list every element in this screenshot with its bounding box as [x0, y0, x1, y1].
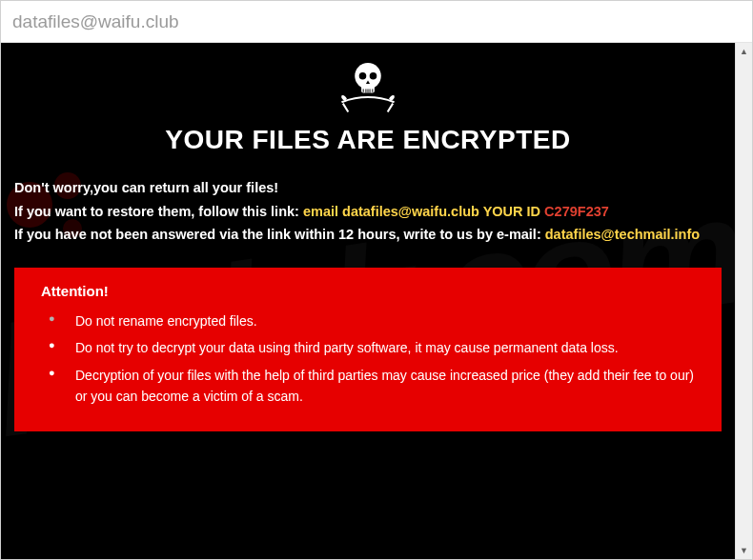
- main-heading: YOUR FILES ARE ENCRYPTED: [14, 125, 722, 155]
- vertical-scrollbar[interactable]: ▲ ▼: [735, 43, 752, 559]
- window-titlebar: datafiles@waifu.club: [1, 1, 752, 43]
- svg-point-5: [359, 72, 367, 80]
- intro-line2-prefix: If you want to restore them, follow this…: [14, 204, 303, 219]
- scroll-up-icon[interactable]: ▲: [736, 43, 752, 60]
- content-area: pcrisk.com: [1, 43, 752, 559]
- intro-line-1: Don't worry,you can return all your file…: [14, 176, 722, 200]
- list-item: Decryption of your files with the help o…: [41, 365, 702, 408]
- attention-title: Attention!: [41, 283, 702, 299]
- scroll-down-icon[interactable]: ▼: [736, 542, 752, 559]
- contact-email-2: datafiles@techmail.info: [545, 227, 700, 242]
- list-item: Do not rename encrypted files.: [41, 310, 702, 331]
- attention-bullet-list: Do not rename encrypted files. Do not tr…: [41, 310, 702, 408]
- attention-panel: Attention! Do not rename encrypted files…: [14, 268, 722, 432]
- intro-line-3: If you have not been answered via the li…: [14, 223, 722, 247]
- contact-email-1: email datafiles@waifu.club: [303, 204, 479, 219]
- app-window: datafiles@waifu.club pcrisk.com: [0, 0, 753, 560]
- window-title: datafiles@waifu.club: [12, 11, 179, 32]
- skull-crossbones-icon: [335, 56, 401, 115]
- your-id-label: YOUR ID: [479, 204, 544, 219]
- intro-line3-prefix: If you have not been answered via the li…: [14, 227, 545, 242]
- svg-point-6: [370, 72, 377, 80]
- list-item: Do not try to decrypt your data using th…: [41, 337, 702, 358]
- intro-line-2: If you want to restore them, follow this…: [14, 200, 722, 224]
- ransom-note-body: pcrisk.com: [1, 43, 735, 559]
- victim-id-value: C279F237: [544, 204, 609, 219]
- skull-container: [14, 43, 722, 119]
